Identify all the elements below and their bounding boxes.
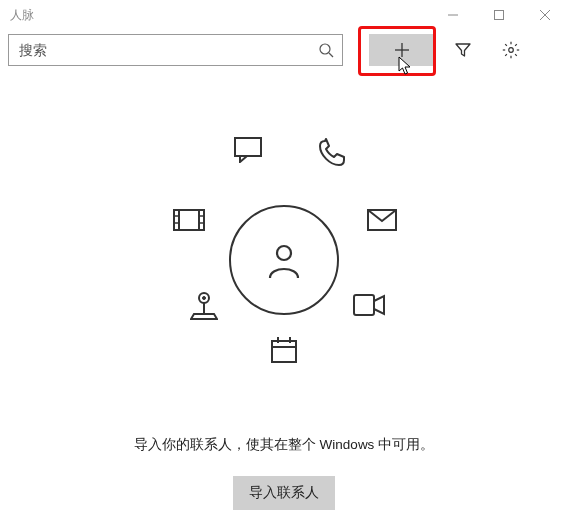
calendar-icon-wrap (264, 330, 304, 370)
film-icon-wrap (169, 200, 209, 240)
person-avatar-circle (229, 205, 339, 315)
search-icon (318, 42, 334, 58)
close-button[interactable] (522, 0, 568, 30)
svg-point-4 (320, 44, 330, 54)
video-icon (353, 294, 385, 316)
import-contacts-button[interactable]: 导入联系人 (233, 476, 335, 510)
phone-icon (318, 138, 346, 166)
person-icon (262, 238, 306, 282)
maximize-icon (494, 10, 504, 20)
svg-point-32 (203, 297, 206, 300)
svg-point-17 (277, 246, 291, 260)
minimize-icon (448, 10, 458, 20)
add-contact-button[interactable] (369, 34, 435, 66)
mail-icon (367, 209, 397, 231)
maximize-button[interactable] (476, 0, 522, 30)
import-caption: 导入你的联系人，使其在整个 Windows 中可用。 (0, 436, 568, 454)
location-pin-icon (190, 290, 218, 320)
svg-rect-18 (235, 138, 261, 156)
gear-icon (502, 41, 520, 59)
search-box[interactable] (8, 34, 343, 66)
icon-wheel (154, 130, 414, 390)
film-icon (173, 209, 205, 231)
video-icon-wrap (349, 285, 389, 325)
plus-icon (394, 42, 410, 58)
filter-button[interactable] (443, 34, 483, 66)
svg-rect-20 (354, 295, 374, 315)
chat-icon (234, 137, 264, 163)
phone-icon-wrap (312, 132, 352, 172)
mail-icon-wrap (362, 200, 402, 240)
svg-line-5 (329, 53, 333, 57)
toolbar (0, 30, 568, 76)
svg-rect-21 (272, 341, 296, 362)
title-bar: 人脉 (0, 0, 568, 30)
svg-line-13 (505, 44, 507, 46)
location-icon-wrap (184, 285, 224, 325)
close-icon (540, 10, 550, 20)
chat-icon-wrap (229, 130, 269, 170)
svg-point-8 (509, 48, 514, 53)
main-content: 导入你的联系人，使其在整个 Windows 中可用。 导入联系人 (0, 76, 568, 496)
svg-rect-1 (495, 11, 504, 20)
calendar-icon (270, 336, 298, 364)
settings-button[interactable] (491, 34, 531, 66)
filter-icon (454, 41, 472, 59)
window-title: 人脉 (10, 7, 34, 24)
minimize-button[interactable] (430, 0, 476, 30)
svg-line-14 (515, 54, 517, 56)
search-input[interactable] (17, 41, 318, 59)
svg-line-16 (515, 44, 517, 46)
svg-line-15 (505, 54, 507, 56)
